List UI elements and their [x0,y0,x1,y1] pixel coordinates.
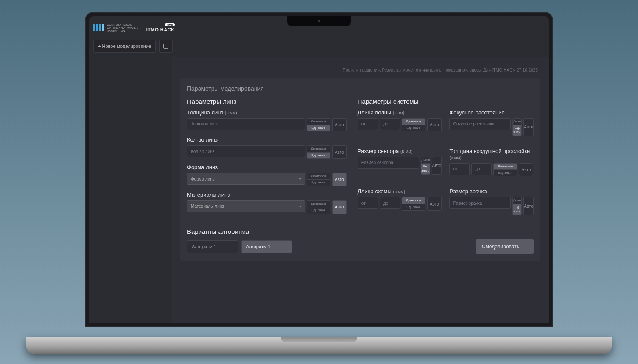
sensor-label: Размер сенсора (в мм) [358,148,442,154]
logo-tag: itmo [165,23,175,26]
pupil-single-toggle[interactable]: Ед. знач. [513,204,521,215]
lens-thickness-input[interactable] [187,118,305,130]
lens-shape-label: Форма линз [187,164,347,170]
air-from-input[interactable] [449,163,470,175]
focal-field: Фокусное расстояние Диапазон Ед. знач. А [449,109,534,136]
laptop-base [26,337,612,354]
algorithm-option-1[interactable]: Алгоритм 1 [187,240,238,253]
focal-single-toggle[interactable]: Ед. знач. [513,125,521,136]
lens-materials-select[interactable]: Материалы линз [187,200,305,212]
lens-column: Параметры линз Толщина линз (в мм) [187,98,347,220]
scheme-length-field: Длина схемы (в мм) Диапазон [358,188,442,215]
svg-rect-0 [164,44,168,48]
lens-thickness-field: Толщина линз (в мм) Диапазон Ед. знач. [187,109,347,132]
algorithm-option-2[interactable]: Алгоритм 1 [241,240,292,253]
logo-text: COMPUTATIONAL OPTICS AND IMAGING HACKATH… [107,23,139,32]
parameters-panel: Параметры моделирования Параметры линз Т… [180,78,540,261]
sensor-range-toggle[interactable]: Диапазон [421,157,430,163]
air-gap-field: Толщина воздушной прослойки (в мм) Диапа… [449,148,534,177]
air-single-toggle[interactable]: Ед. знач. [494,169,517,176]
lens-thickness-label: Толщина линз (в мм) [187,109,347,116]
air-auto-button[interactable]: Авто [519,163,533,177]
laptop-frame: COMPUTATIONAL OPTICS AND IMAGING HACKATH… [48,13,590,352]
lens-shape-single-toggle[interactable]: Ед. знач. [307,179,330,186]
pupil-label: Размер зрачка [449,188,534,195]
scheme-from-input[interactable] [358,197,378,209]
sidebar [89,57,172,323]
scheme-single-toggle[interactable]: Ед. знач. [402,204,425,210]
simulate-label: Смоделировать [482,244,519,250]
sensor-mode: Диапазон Ед. знач. [421,157,430,175]
pupil-input[interactable] [449,197,511,209]
lens-section-title: Параметры линз [187,98,347,105]
logo-line1: COMPUTATIONAL [107,23,139,26]
sensor-auto-button[interactable]: Авто [432,157,442,175]
lens-materials-single-toggle[interactable]: Ед. знач. [307,207,330,213]
lens-materials-mode: Диапазон Ед. знач. [307,200,330,214]
lens-thickness-single-toggle[interactable]: Ед. знач. [307,125,330,131]
lens-materials-field: Материалы линз Материалы линз Диапазон Е… [187,192,347,214]
wavelength-to-input[interactable] [380,118,400,130]
logo-right: itmo ITMO HACK [146,23,175,32]
lens-shape-auto-button[interactable]: Авто [332,173,347,186]
scheme-mode: Диапазон Ед. знач. [402,197,425,211]
system-section-title: Параметры системы [358,98,534,105]
sensor-field: Размер сенсора (в мм) Диапазон Ед. знач. [358,148,442,177]
lens-materials-label: Материалы линз [187,192,347,198]
lens-count-input[interactable] [187,145,305,157]
lens-count-auto-button[interactable]: Авто [332,145,347,159]
lens-thickness-mode: Диапазон Ед. знач. [307,118,330,132]
lens-count-field: Кол-во линз Диапазон Ед. знач. Авто [187,136,347,159]
camera-notch [287,16,351,26]
toolbar: + Новое моделирование [89,40,549,57]
logo-line2: OPTICS AND IMAGING [107,26,139,29]
focal-range-toggle[interactable]: Диапазон [513,119,521,125]
pupil-range-toggle[interactable]: Диапазон [513,197,521,203]
laptop-screen: COMPUTATIONAL OPTICS AND IMAGING HACKATH… [86,13,552,326]
lens-count-mode: Диапазон Ед. знач. [307,145,330,159]
focal-mode: Диапазон Ед. знач. [512,118,522,136]
pupil-field: Размер зрачка Диапазон Ед. знач. Авто [449,188,534,215]
lens-materials-range-toggle[interactable]: Диапазон [307,201,330,207]
lens-materials-auto-button[interactable]: Авто [332,200,347,214]
logo-stripes-icon [93,24,104,31]
simulate-button[interactable]: Смоделировать → [476,239,534,254]
lens-shape-select[interactable]: Форма линз [187,173,305,185]
logo-brand: ITMO HACK [146,27,175,32]
focal-input[interactable] [449,118,511,130]
wavelength-label: Длина волны (в нм) [358,109,442,116]
wavelength-auto-button[interactable]: Авто [427,118,442,132]
focal-auto-button[interactable]: Авто [523,118,534,136]
lens-count-range-toggle[interactable]: Диапазон [307,146,330,152]
sensor-single-toggle[interactable]: Ед. знач. [421,163,430,174]
air-range-toggle[interactable]: Диапазон [494,164,517,169]
lens-count-label: Кол-во линз [187,136,347,143]
scheme-to-input[interactable] [380,197,400,209]
pupil-auto-button[interactable]: Авто [523,197,534,215]
sensor-input[interactable] [358,157,419,169]
columns: Параметры линз Толщина линз (в мм) [187,98,534,220]
lens-shape-mode: Диапазон Ед. знач. [307,173,330,186]
scheme-auto-button[interactable]: Авто [427,197,442,211]
system-column: Параметры системы Длина волны (в нм) [358,98,534,220]
panel-icon [163,43,169,49]
scheme-range-toggle[interactable]: Диапазон [402,197,425,203]
focal-label: Фокусное расстояние [449,109,534,116]
logo-left: COMPUTATIONAL OPTICS AND IMAGING HACKATH… [93,23,139,32]
layout-toggle-button[interactable] [159,40,173,53]
wavelength-single-toggle[interactable]: Ед. знач. [402,125,425,131]
lens-shape-range-toggle[interactable]: Диапазон [307,173,330,179]
air-to-input[interactable] [471,163,492,175]
air-gap-label: Толщина воздушной прослойки (в мм) [449,148,534,161]
lens-shape-field: Форма линз Форма линз Диапазон Ед. знач.… [187,164,347,186]
lens-thickness-range-toggle[interactable]: Диапазон [307,119,330,125]
app-body: Прототип решения. Результат может отлича… [89,57,549,323]
wavelength-range-toggle[interactable]: Диапазон [402,119,425,125]
prototype-notice: Прототип решения. Результат может отлича… [180,57,540,78]
wavelength-from-input[interactable] [358,118,378,130]
new-simulation-button[interactable]: + Новое моделирование [93,40,156,53]
arrow-right-icon: → [523,244,528,250]
panel-title: Параметры моделирования [187,85,534,92]
lens-thickness-auto-button[interactable]: Авто [332,118,347,132]
lens-count-single-toggle[interactable]: Ед. знач. [307,152,330,158]
